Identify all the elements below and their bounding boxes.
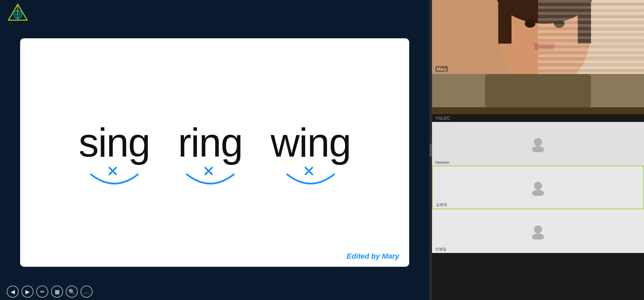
svg-rect-33 [432,108,644,115]
hyeseon-video-placeholder [432,122,644,166]
svg-point-39 [534,225,542,233]
svg-point-38 [532,190,544,196]
logo [7,2,29,24]
participants-sidebar: Mary YGLEC hyeseon [432,0,644,300]
participant-tile-minbyeongil: 민병일 [432,209,644,253]
word-wing: wing [271,122,351,163]
group-label: YGLEC [432,114,644,122]
smile-ring [177,163,244,189]
main-presentation-area: sing ring [0,0,429,300]
presentation-slide: sing ring [20,38,409,267]
header-bar [0,0,429,25]
min-name-label: 민병일 [435,247,446,252]
mary-video-feed [432,0,644,74]
svg-rect-12 [432,0,644,74]
participant-tile-hyeseon: hyeseon [432,122,644,166]
logo-icon [8,3,28,23]
participant-tile-kimhyeonjae: 김현재 [432,166,644,209]
words-display: sing ring [79,122,351,189]
panel-divider[interactable] [429,0,432,300]
word-group-sing: sing [79,122,150,189]
svg-point-28 [525,20,536,28]
divider-handle [430,143,432,157]
svg-rect-26 [498,0,512,44]
svg-point-29 [554,20,565,28]
no-video-icon-3 [530,223,546,240]
slide-container: sing ring [0,25,429,283]
word-group-wing: wing [271,122,351,189]
svg-point-37 [534,182,542,190]
svg-point-35 [534,138,542,146]
smile-sing [81,163,148,189]
participant-tile-mary: Mary [432,0,644,74]
play-button[interactable]: ▶ [21,286,34,298]
svg-rect-27 [578,0,591,44]
prev-button[interactable]: ◀ [7,286,19,298]
second-name-label [435,112,438,112]
svg-rect-30 [535,44,554,50]
kim-video-placeholder [433,166,643,209]
draw-button[interactable]: ✏ [36,286,48,298]
mary-name-label: Mary [435,66,448,72]
svg-rect-13 [538,0,644,74]
second-video-feed [432,74,644,114]
word-ring: ring [178,122,243,163]
svg-point-40 [532,233,544,240]
smile-wing [277,163,344,189]
slide-toolbar: ◀ ▶ ✏ ▦ 🔍 … [0,283,429,300]
more-button[interactable]: … [80,286,93,298]
second-avatar [432,74,644,114]
search-button[interactable]: 🔍 [66,286,78,298]
participant-tile-second [432,74,644,114]
no-video-icon [530,135,546,152]
svg-rect-34 [485,74,591,108]
svg-point-36 [532,146,544,152]
kim-name-label: 김현재 [436,202,447,207]
no-video-icon-2 [530,179,546,196]
word-sing: sing [79,122,150,163]
mary-avatar [432,0,644,74]
copy-button[interactable]: ▦ [51,286,63,298]
hyeseon-name-label: hyeseon [435,160,449,164]
slide-footer: Edited by Mary [347,252,399,261]
word-group-ring: ring [177,122,244,189]
min-video-placeholder [432,209,644,253]
